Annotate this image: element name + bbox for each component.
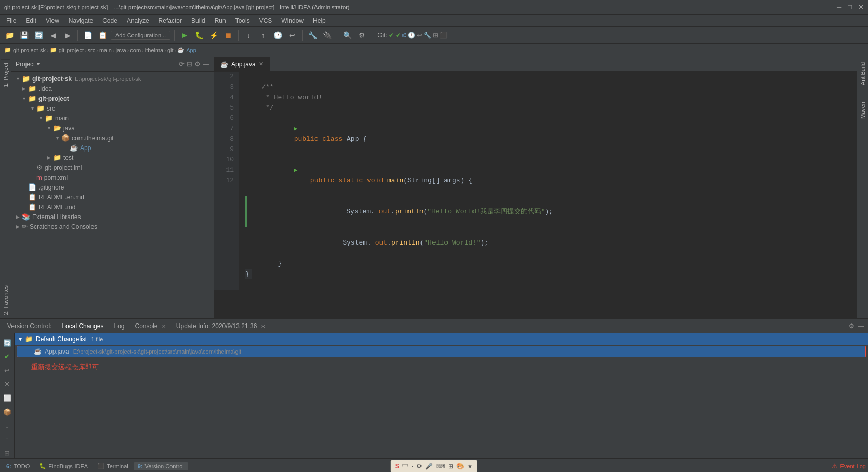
breadcrumb-git[interactable]: git xyxy=(167,47,174,53)
vc-file-item-app-java[interactable]: ☕ App.java E:\project-sk\git-project-sk\… xyxy=(17,346,866,357)
project-action-settings[interactable]: ⚙ xyxy=(194,60,201,68)
breadcrumb-com[interactable]: com xyxy=(130,47,141,53)
tree-item-scratches[interactable]: ▶ ✏ Scratches and Consoles xyxy=(11,222,214,232)
toolbar-stop-btn[interactable]: ⏹ xyxy=(222,29,234,42)
ant-build-vertical-tab[interactable]: Ant Build xyxy=(858,59,867,88)
code-content[interactable]: /** * Hello world! */ ▶ public class App… xyxy=(239,72,857,290)
menu-navigate[interactable]: Navigate xyxy=(64,16,97,25)
menu-refactor[interactable]: Refactor xyxy=(154,16,186,25)
vc-refresh-icon[interactable]: 🔄 xyxy=(2,338,13,348)
toolbar-save-btn[interactable]: 💾 xyxy=(18,29,30,42)
tree-item-java[interactable]: ▾ 📂 java xyxy=(11,123,214,133)
close-button[interactable]: ✕ xyxy=(858,3,864,11)
tree-item-idea[interactable]: ▶ 📁 .idea xyxy=(11,84,214,93)
toolbar-plugins-btn[interactable]: 🔌 xyxy=(321,29,333,42)
toolbar-recent-btn[interactable]: 📋 xyxy=(96,29,109,42)
toolbar-forward-btn[interactable]: ▶ xyxy=(61,29,74,42)
menu-vcs[interactable]: VCS xyxy=(255,16,277,25)
event-log-label[interactable]: Event Log xyxy=(840,463,866,469)
toolbar-settings-btn[interactable]: 🔧 xyxy=(306,29,319,42)
tree-item-src[interactable]: ▾ 📁 src xyxy=(11,103,214,113)
tree-item-main[interactable]: ▾ 📁 main xyxy=(11,113,214,123)
tree-item-app[interactable]: ▶ ☕ App xyxy=(11,143,214,153)
toolbar-open-btn[interactable]: 📁 xyxy=(3,29,16,42)
toolbar-vcs-history-btn[interactable]: 🕐 xyxy=(271,29,284,42)
toolbar-profile-btn[interactable]: ⚡ xyxy=(207,29,220,42)
maximize-button[interactable]: □ xyxy=(848,3,852,11)
tool-terminal[interactable]: ⬛ Terminal xyxy=(93,462,133,470)
menu-build[interactable]: Build xyxy=(187,16,209,25)
menu-file[interactable]: File xyxy=(2,16,20,25)
menu-edit[interactable]: Edit xyxy=(21,16,41,25)
toolbar-debug-btn[interactable]: 🐛 xyxy=(193,29,205,42)
vc-ignore-icon[interactable]: ✕ xyxy=(2,379,13,390)
editor-content[interactable]: 2 3 4 5 6 7 8 9 10 11 12 /** * Hello wor… xyxy=(214,72,857,318)
tree-item-git-project[interactable]: ▾ 📁 git-project xyxy=(11,93,214,103)
minimize-button[interactable]: ─ xyxy=(837,3,841,11)
breadcrumb-src[interactable]: src xyxy=(88,47,96,53)
favorites-vertical-tab[interactable]: 2: Favorites xyxy=(1,282,10,318)
ime-keyboard-icon[interactable]: ⌨ xyxy=(436,463,445,470)
tool-todo[interactable]: 6: TODO xyxy=(2,462,34,470)
vc-revert-icon[interactable]: ↩ xyxy=(2,365,13,376)
maven-vertical-tab[interactable]: Maven xyxy=(858,99,867,122)
vc-diff-icon[interactable]: ⬜ xyxy=(2,393,13,403)
run-arrow-7[interactable]: ▶ xyxy=(294,167,298,173)
tab-update-info[interactable]: Update Info: 2020/9/13 21:36 ✕ xyxy=(173,321,268,331)
vc-shelve-icon[interactable]: 📦 xyxy=(2,407,13,417)
ime-mic-icon[interactable]: 🎤 xyxy=(425,463,433,470)
breadcrumb-itheima[interactable]: itheima xyxy=(145,47,163,53)
ime-settings-icon[interactable]: ⚙ xyxy=(416,463,422,470)
vc-expand-icon[interactable]: ⊞ xyxy=(2,448,13,459)
menu-window[interactable]: Window xyxy=(277,16,308,25)
tab-console-close[interactable]: ✕ xyxy=(162,323,166,329)
project-vertical-tab[interactable]: 1: Project xyxy=(1,59,10,90)
tool-version-control[interactable]: 9: Version Control xyxy=(134,462,188,470)
tree-item-readme-en[interactable]: ▶ 📋 README.en.md xyxy=(11,192,214,202)
toolbar-vcs-revert-btn[interactable]: ↩ xyxy=(286,29,298,42)
tree-item-gitignore[interactable]: ▶ 📄 .gitignore xyxy=(11,182,214,192)
vc-download-icon[interactable]: ↓ xyxy=(2,420,13,431)
menu-view[interactable]: View xyxy=(42,16,63,25)
menu-run[interactable]: Run xyxy=(211,16,230,25)
vc-upload-icon[interactable]: ↑ xyxy=(2,434,13,445)
tree-item-readme[interactable]: ▶ 📋 README.md xyxy=(11,202,214,212)
bottom-panel-settings-icon[interactable]: ⚙ xyxy=(849,322,854,330)
add-configuration-button[interactable]: Add Configuration... xyxy=(111,31,170,40)
toolbar-find-action-btn[interactable]: ⚙ xyxy=(356,29,368,42)
project-dropdown-icon[interactable]: ▾ xyxy=(37,61,40,67)
breadcrumb-git-project-sk[interactable]: 📁 git-project-sk xyxy=(4,47,46,53)
breadcrumb-app[interactable]: ☕ App xyxy=(177,47,196,53)
tab-console[interactable]: Console ✕ xyxy=(131,321,168,331)
toolbar-vcs-push-btn[interactable]: ↑ xyxy=(257,29,269,42)
breadcrumb-main[interactable]: main xyxy=(99,47,112,53)
menu-help[interactable]: Help xyxy=(309,16,330,25)
ime-extra2-icon[interactable]: 🎨 xyxy=(456,463,464,470)
toolbar-sync-btn[interactable]: 🔄 xyxy=(32,29,45,42)
toolbar-vcs-update-btn[interactable]: ↓ xyxy=(242,29,255,42)
toolbar-run-btn[interactable]: ▶ xyxy=(178,29,191,42)
tool-findbugs[interactable]: 🐛 FindBugs-IDEA xyxy=(35,462,92,470)
editor-tab-app-java[interactable]: ☕ App.java ✕ xyxy=(214,57,270,71)
menu-code[interactable]: Code xyxy=(98,16,122,25)
vc-changelist-header[interactable]: ▾ 📁 Default Changelist 1 file xyxy=(15,333,868,345)
toolbar-search-btn[interactable]: 🔍 xyxy=(341,29,353,42)
bottom-panel-minimize-icon[interactable]: — xyxy=(858,322,864,330)
project-action-hide[interactable]: — xyxy=(203,60,209,68)
toolbar-back-btn[interactable]: ◀ xyxy=(47,29,59,42)
tab-log[interactable]: Log xyxy=(111,321,127,331)
breadcrumb-git-project[interactable]: 📁 git-project xyxy=(50,47,84,53)
menu-analyze[interactable]: Analyze xyxy=(123,16,153,25)
tree-item-ext-lib[interactable]: ▶ 📚 External Libraries xyxy=(11,212,214,222)
tab-update-close[interactable]: ✕ xyxy=(261,323,265,329)
tree-item-pom[interactable]: ▶ m pom.xml xyxy=(11,172,214,182)
menu-tools[interactable]: Tools xyxy=(231,16,254,25)
vc-commit-icon[interactable]: ✔ xyxy=(2,352,13,362)
tab-local-changes[interactable]: Local Changes xyxy=(59,321,107,331)
tree-item-iml[interactable]: ▶ ⚙ git-project.iml xyxy=(11,163,214,172)
tree-item-test[interactable]: ▶ 📁 test xyxy=(11,153,214,163)
ime-extra1-icon[interactable]: ⊞ xyxy=(448,463,453,470)
breadcrumb-java[interactable]: java xyxy=(115,47,126,53)
tab-close-button[interactable]: ✕ xyxy=(259,61,264,68)
project-action-sync[interactable]: ⟳ xyxy=(179,60,185,68)
